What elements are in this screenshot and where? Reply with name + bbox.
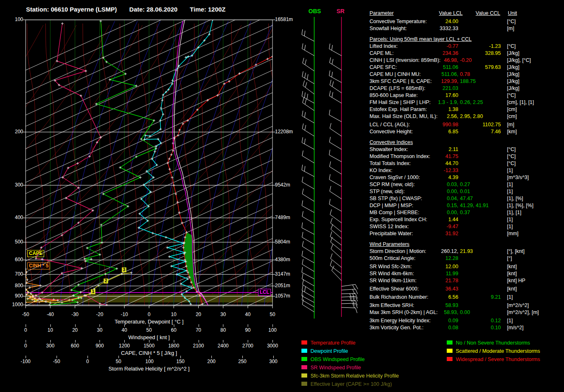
srh-tick-mark: [57, 356, 57, 358]
table-cell: [°], [knt]: [507, 248, 525, 255]
table-cell: 31.92: [370, 230, 458, 237]
table-row: SB STP (fix) | CWASP:0.04,47.47[1], [%]: [370, 195, 562, 202]
table-cell: 1.44: [370, 216, 458, 223]
table-row: CAPE MU | CINH MU:511.06,0.78[J/kg]: [370, 71, 562, 78]
wind-tick-mark: [50, 324, 51, 327]
table-cell: 1.3 - 1.9,: [370, 99, 458, 106]
table-cell: -12.33: [370, 167, 458, 174]
table-cell: 0.00: [460, 309, 470, 316]
table-cell: [km]: [507, 128, 517, 135]
table-cell: [J/kg]: [507, 85, 519, 92]
table-row: SR Wind Sfc-2km:12.00[knt]: [370, 263, 562, 270]
cape-tick-label: 300: [46, 343, 55, 349]
table-cell: [°C]: [507, 160, 516, 167]
table-row: DCAPE (LFS = 685mB):221.03[J/kg]: [370, 85, 562, 92]
legend-label: SR Windspeed Profile: [310, 365, 361, 371]
legend-item-severity: Widespread / Severe Thunderstorms: [447, 357, 540, 365]
wind-tick-label: 0: [24, 327, 27, 333]
altitude-tick-label: 4380m: [275, 257, 290, 262]
srh-tick-mark: [118, 356, 119, 358]
table-row: Convective Height:6.857.46[km]: [370, 128, 562, 135]
table-cell: [1]: [507, 294, 513, 300]
table-cell: 24.00: [370, 18, 458, 25]
table-header-row: ParameterValue LCLValue CCLUnit: [370, 10, 562, 17]
srh-tick-label: -50: [53, 359, 60, 364]
wind-tick-mark: [273, 324, 273, 327]
wind-tick-mark: [75, 324, 76, 327]
table-cell: 0.27: [460, 181, 470, 188]
cape-tick-label: 600: [71, 343, 79, 349]
legend-swatch: [301, 373, 307, 378]
table-cell: [J/kg]: [507, 50, 519, 57]
table-cell: 0.12: [370, 317, 501, 324]
altitude-tick-label: 12208m: [275, 129, 293, 135]
altitude-tick-label: 3147m: [275, 271, 290, 277]
srh-tick-mark: [211, 356, 212, 358]
srh-tick-mark: [273, 356, 274, 358]
table-cell: 129.39,: [370, 78, 458, 85]
table-cell: [m]: [507, 121, 514, 128]
legend-label: No / Non Severe Thunderstorms: [456, 340, 530, 346]
pressure-tick-label: 700: [5, 271, 23, 277]
legend-swatch: [301, 349, 307, 353]
altitude-tick-label: 9542m: [275, 182, 290, 188]
altitude-tick-label: 2051m: [275, 283, 290, 288]
table-row: Exp. Supercell Index CH:1.44[1]: [370, 216, 562, 223]
legend-label: Temperature Profile: [310, 340, 355, 346]
table-row: 3km Effective SRH:58.93[m^2/s^2]: [370, 302, 562, 309]
table-row: Estofex Exp. Hail Param:1.38[cm]: [370, 106, 562, 113]
cape-tick-mark: [124, 340, 125, 342]
pressure-tick-label: 800: [5, 283, 23, 288]
altitude-tick-label: 16581m: [275, 17, 293, 22]
table-cell: [knt]: [507, 286, 517, 292]
table-cell: 0.04,: [370, 195, 458, 202]
table-section-header: Parcels: Using 50mB mean layer LCL + CCL: [370, 36, 562, 43]
table-cell: 260.12,: [370, 248, 458, 255]
table-section-header: Convective Indices: [370, 139, 562, 146]
srh-tick-label: 50: [116, 359, 121, 364]
table-row: SR Wind 4km-6km:11.99[knt]: [370, 270, 562, 277]
legend-item-severity: No / Non Severe Thunderstorms: [447, 340, 530, 348]
sounding-app: { "title": { "station": "Station: 06610 …: [0, 0, 564, 392]
srh-height-marker: 3: [122, 267, 126, 272]
table-cell: [°C]: [507, 18, 516, 25]
legend-item-profile: SR Windspeed Profile: [301, 365, 361, 373]
cape-tick-mark: [223, 340, 223, 342]
table-cell: [1]: [507, 317, 513, 324]
legend-label: Scattered / Moderate Thunderstorms: [456, 348, 540, 354]
legend-swatch: [301, 340, 307, 345]
table-column-header: Value CCL: [476, 10, 500, 17]
srh-tick-mark: [149, 356, 150, 358]
srh-tick-mark: [242, 356, 243, 358]
srh-height-marker: 1: [91, 289, 95, 294]
cinh-label: CINH * 5: [27, 262, 50, 269]
table-cell: 2.11: [370, 146, 458, 153]
table-row: SR Wind 9km-11km:21.78[knt] HP: [370, 277, 562, 284]
table-cell: 12.28: [370, 255, 458, 262]
pressure-tick-label: 100: [5, 17, 23, 22]
table-cell: 188.75: [460, 78, 476, 85]
table-cell: [mm]: [507, 230, 519, 237]
table-row: LCL / CCL (AGL):990.981102.75[m]: [370, 121, 562, 128]
temp-tick-label: 30: [220, 312, 226, 317]
srh-tick-label: 300: [269, 359, 277, 364]
table-cell: [m^3/s^3]: [507, 174, 529, 181]
table-cell: [J/kg]: [507, 64, 519, 71]
table-column-header: Value LCL: [439, 10, 462, 17]
table-cell: [1]: [507, 188, 513, 195]
cape-tick-label: 1200: [119, 343, 130, 349]
table-row: 500m Critical Angle:12.28[°]: [370, 255, 562, 262]
table-cell: 0.00,: [370, 188, 458, 195]
table-row: Convective Temperature:24.00[°C]: [370, 18, 562, 25]
cape-tick-mark: [248, 340, 248, 342]
legend-label: Effective Layer (CAPE >= 100 J/kg): [310, 381, 392, 387]
table-cell: [1], [%]: [507, 195, 523, 202]
table-cell: [1], [1]: [507, 209, 521, 216]
srh-tick-label: 150: [176, 359, 185, 364]
pressure-tick-label: 900: [5, 293, 23, 299]
srh-tick-label: 0: [86, 359, 89, 364]
wind-tick-mark: [174, 324, 174, 327]
altitude-tick-label: 7489m: [275, 215, 290, 220]
plot-area: [0, 19, 367, 306]
wind-axis-label: Windspeed [ knt ]: [128, 334, 170, 340]
